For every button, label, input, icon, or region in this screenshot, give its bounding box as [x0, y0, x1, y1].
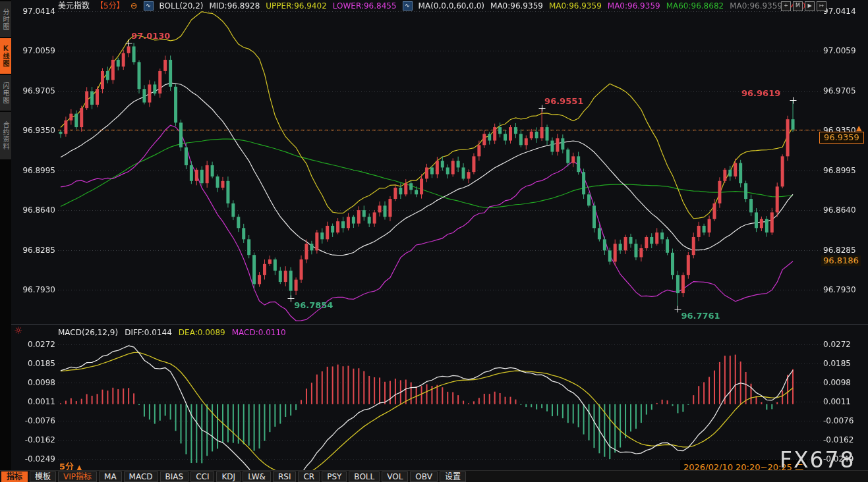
window-controls: +M▶↦: [781, 1, 826, 11]
tab-boll[interactable]: BOLL: [349, 471, 380, 482]
price-axis-label: 97.0414: [16, 7, 55, 16]
macd-axis-label: -0.0076: [16, 416, 55, 425]
chart-type-sidebar: 分时图 K线图 闪电图 合约资料: [0, 0, 11, 482]
price-axis-label: 96.8995: [16, 166, 55, 175]
sidebar-item-contract-info[interactable]: 合约资料: [0, 112, 11, 159]
macd-axis-label: -0.0249: [16, 454, 55, 464]
header-segment: 【5分】: [96, 1, 125, 11]
price-axis-label: 97.0059: [823, 46, 856, 55]
header-segment: MA0:96.9359: [608, 1, 660, 11]
price-annotation: 97.0130: [131, 32, 170, 41]
price-axis-label: 96.9705: [16, 86, 55, 95]
tab-vol[interactable]: VOL: [382, 471, 408, 482]
price-up-arrow-icon: ▲: [856, 124, 861, 132]
price-axis-label: 96.8285: [16, 246, 55, 255]
price-axis-label: 96.7930: [823, 285, 856, 294]
macd-axis-label: 0.0185: [823, 359, 851, 368]
macd-axis-label: -0.0076: [823, 416, 854, 425]
ma-indicator-icon: ∿: [403, 1, 413, 11]
price-axis-label: 96.8640: [823, 205, 856, 215]
crosshair-icon[interactable]: +: [781, 1, 791, 11]
price-axis-label: 96.8995: [823, 166, 856, 175]
pan-right-icon[interactable]: ↦: [817, 1, 826, 11]
sidebar-item-label: K线图: [2, 45, 9, 67]
current-price-badge: 96.9359: [819, 132, 864, 144]
price-axis-label: 96.9705: [823, 86, 856, 95]
tab-lw[interactable]: LW&: [243, 471, 271, 482]
header-segment: MA(0,0,0,60,0,0): [419, 1, 484, 11]
tab-psy[interactable]: PSY: [322, 471, 347, 482]
tab-kdj[interactable]: KDJ: [216, 471, 241, 482]
price-axis-label: 97.0059: [16, 46, 55, 55]
price-annotation: 96.7854: [294, 301, 333, 310]
tab-macd[interactable]: MACD: [124, 471, 158, 482]
price-annotation: 96.9551: [544, 97, 583, 106]
macd-header-segment: MACD:0.0110: [232, 327, 286, 338]
macd-axis-label: 0.0011: [16, 397, 55, 406]
tab-templates[interactable]: 模板: [30, 471, 56, 482]
header-segment: BOLL(20,2): [159, 1, 204, 11]
play-chart-icon[interactable]: ▶: [805, 1, 815, 11]
sidebar-item-flash-chart[interactable]: 闪电图: [0, 75, 11, 111]
header-segment: 美元指数: [58, 1, 90, 11]
sidebar-item-label: 合约资料: [2, 121, 9, 150]
chart-overlays: 97.041497.041497.005997.005996.970596.97…: [0, 0, 868, 482]
macd-axis-label: -0.0162: [823, 435, 854, 444]
macd-axis-label: 0.0098: [823, 378, 851, 387]
indicator-tabbar: 指标模板VIP指标MAMACDBIASCCIKDJLW&RSICRPSYBOLL…: [0, 470, 868, 482]
macd-header-segment: MACD(26,12,9): [58, 327, 118, 338]
axis-scale-icon[interactable]: M: [793, 1, 803, 11]
tab-vip-indicators[interactable]: VIP指标: [58, 471, 97, 482]
tab-indicators[interactable]: 指标: [1, 471, 28, 482]
macd-axis-label: 0.0098: [16, 378, 55, 387]
header-segment: MA0:96.9359: [730, 1, 782, 11]
macd-header-segment: DEA:0.0089: [179, 327, 225, 338]
price-axis-label: 96.7930: [16, 285, 55, 294]
header-segment: UPPER:96.9402: [266, 1, 326, 11]
price-axis-label: 96.9350: [16, 126, 55, 135]
macd-axis-label: -0.0162: [16, 435, 55, 444]
sidebar-item-time-chart[interactable]: 分时图: [0, 1, 11, 37]
tab-bias[interactable]: BIAS: [160, 471, 189, 482]
tab-rsi[interactable]: RSI: [273, 471, 297, 482]
sidebar-item-label: 分时图: [2, 9, 9, 30]
macd-header-segment: DIFF:0.0144: [125, 327, 172, 338]
macd-axis-label: 0.0272: [16, 340, 55, 349]
tab-cr[interactable]: CR: [298, 471, 320, 482]
reference-price-value: 96.8186: [823, 255, 859, 265]
current-price-value: 96.9359: [824, 132, 859, 142]
price-axis-label: 96.8285: [823, 246, 856, 255]
reference-price-badge: 96.8186: [821, 255, 861, 266]
sidebar-item-kline-chart[interactable]: K线图: [0, 38, 11, 74]
boll-indicator-icon: ∿: [144, 1, 154, 11]
price-annotation: 96.9619: [741, 89, 780, 98]
tab-obv[interactable]: OBV: [410, 471, 438, 482]
price-annotation: 96.7761: [681, 311, 720, 321]
indicator-sun-icon[interactable]: ☼: [14, 326, 22, 336]
sidebar-item-label: 闪电图: [2, 82, 9, 104]
price-axis-label: 97.0414: [823, 7, 856, 16]
tab-ma[interactable]: MA: [99, 471, 122, 482]
brand-watermark: FX678: [780, 447, 855, 473]
indicator-header: 美元指数【5分】⊖∿BOLL(20,2)MID:96.8928UPPER:96.…: [58, 1, 805, 11]
macd-header: MACD(26,12,9)DIFF:0.0144DEA:0.0089MACD:0…: [58, 327, 286, 337]
macd-axis-label: 0.0011: [823, 397, 851, 406]
header-segment: MA0:96.9359: [490, 1, 543, 11]
tab-settings[interactable]: 设置: [440, 471, 466, 482]
macd-axis-label: 0.0272: [823, 340, 851, 349]
header-segment: MID:96.8928: [209, 1, 260, 11]
minus-circle-icon: ⊖: [130, 1, 138, 11]
header-segment: MA0:96.9359: [549, 1, 602, 11]
header-segment: LOWER:96.8455: [333, 1, 397, 11]
header-segment: MA60:96.8682: [666, 1, 724, 11]
chart-application: 97.041497.041497.005997.005996.970596.97…: [0, 0, 868, 482]
tab-cci[interactable]: CCI: [190, 471, 214, 482]
price-axis-label: 96.8640: [16, 205, 55, 215]
macd-axis-label: 0.0185: [16, 359, 55, 368]
